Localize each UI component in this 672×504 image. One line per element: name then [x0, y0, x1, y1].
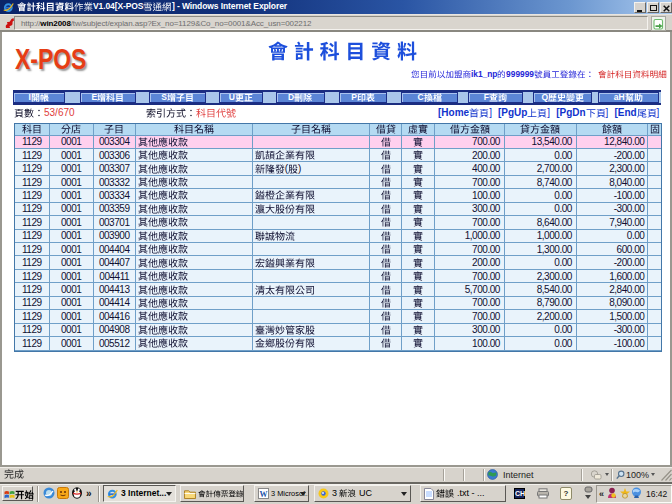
svg-text:W: W	[260, 490, 268, 499]
